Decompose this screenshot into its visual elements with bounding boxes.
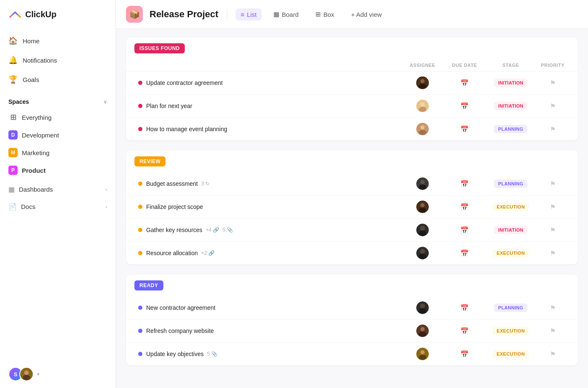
task-status-dot xyxy=(138,306,142,310)
view-tab-list[interactable]: ≡ List xyxy=(236,8,262,21)
assignee-avatar xyxy=(416,325,429,337)
list-view-icon: ≡ xyxy=(241,11,244,18)
table-row[interactable]: New contractor agreement 📅 PLANNING ⚑ xyxy=(126,296,578,319)
svg-point-23 xyxy=(419,253,426,259)
task-meta-attach: 5 📎 xyxy=(223,227,233,233)
assignee-avatar xyxy=(416,301,429,314)
task-duedate: 📅 xyxy=(444,79,486,87)
task-assignee xyxy=(402,348,444,360)
table-row[interactable]: Update contractor agreement 📅 INITIATION… xyxy=(126,71,578,95)
task-priority: ⚑ xyxy=(536,249,570,257)
flag-icon: ⚑ xyxy=(550,203,556,211)
task-stage: EXECUTION xyxy=(486,203,536,211)
group-review: REVIEW Budget assessment 3 ↻ 📅 PLANNING … xyxy=(126,150,578,264)
task-stage: PLANNING xyxy=(486,179,536,188)
assignee-avatar xyxy=(416,77,429,89)
task-dot-area xyxy=(134,251,146,255)
task-name: How to manage event planning xyxy=(146,126,402,132)
notifications-label: Notifications xyxy=(23,57,57,64)
add-view-button[interactable]: + Add view xyxy=(346,8,387,21)
flag-icon: ⚑ xyxy=(550,304,556,312)
task-assignee xyxy=(402,224,444,236)
view-tab-board[interactable]: ▦ Board xyxy=(268,8,304,21)
task-duedate: 📅 xyxy=(444,180,486,188)
flag-icon: ⚑ xyxy=(550,226,556,234)
task-dot-area xyxy=(134,81,146,85)
app-logo-text: ClickUp xyxy=(25,10,56,19)
sidebar-item-everything[interactable]: ⊞ Everything xyxy=(0,108,116,126)
sidebar-item-notifications[interactable]: 🔔 Notifications xyxy=(0,50,116,70)
docs-label: Docs xyxy=(21,203,35,210)
task-status-dot xyxy=(138,104,142,108)
spaces-label: Spaces xyxy=(8,98,29,105)
calendar-icon: 📅 xyxy=(460,102,469,110)
spaces-header[interactable]: Spaces ∨ xyxy=(8,98,107,105)
svg-point-14 xyxy=(419,185,426,190)
task-assignee xyxy=(402,100,444,112)
main-header: 📦 Release Project ≡ List ▦ Board ⊞ Box +… xyxy=(116,0,588,29)
table-row[interactable]: Budget assessment 3 ↻ 📅 PLANNING ⚑ xyxy=(126,172,578,195)
stage-badge: PLANNING xyxy=(494,179,528,188)
sidebar-bottom: S ▾ xyxy=(0,360,116,388)
svg-point-17 xyxy=(419,208,426,213)
issues-badge: ISSUES FOUND xyxy=(134,43,185,53)
task-dot-area xyxy=(134,182,146,186)
table-row[interactable]: Gather key resources +4 🔗 5 📎 📅 INITIATI… xyxy=(126,219,578,242)
stage-badge: PLANNING xyxy=(494,304,528,312)
table-row[interactable]: Finalize project scope 📅 EXECUTION ⚑ xyxy=(126,195,578,219)
everything-label: Everything xyxy=(22,114,52,121)
flag-icon: ⚑ xyxy=(550,249,556,257)
assignee-avatar xyxy=(416,100,429,112)
group-review-header: REVIEW xyxy=(126,150,578,172)
task-name: Finalize project scope xyxy=(146,203,402,210)
task-name: Update key objectives 5 📎 xyxy=(146,351,402,357)
calendar-icon: 📅 xyxy=(460,350,469,358)
sidebar-item-marketing[interactable]: M Marketing xyxy=(0,144,116,161)
sidebar-item-dashboards[interactable]: ▦ Dashboards › xyxy=(0,181,116,198)
svg-point-8 xyxy=(419,107,426,112)
task-name: Budget assessment 3 ↻ xyxy=(146,180,402,187)
svg-point-22 xyxy=(420,249,425,254)
user-avatars[interactable]: S xyxy=(8,367,34,381)
table-row[interactable]: Refresh company website 📅 EXECUTION ⚑ xyxy=(126,319,578,343)
list-view-label: List xyxy=(247,11,257,18)
svg-point-2 xyxy=(23,375,30,380)
sidebar-item-development[interactable]: D Development xyxy=(0,126,116,144)
task-priority: ⚑ xyxy=(536,79,570,87)
svg-point-16 xyxy=(420,203,425,207)
task-stage: EXECUTION xyxy=(486,327,536,335)
user-dropdown-icon[interactable]: ▾ xyxy=(37,371,39,377)
logo-area[interactable]: ClickUp xyxy=(0,0,116,29)
task-status-dot xyxy=(138,127,142,131)
everything-icon: ⊞ xyxy=(8,113,18,122)
flag-icon: ⚑ xyxy=(550,79,556,87)
stage-badge: EXECUTION xyxy=(493,327,529,335)
table-row[interactable]: Resource allocation +2 🔗 📅 EXECUTION ⚑ xyxy=(126,242,578,264)
stage-badge: EXECUTION xyxy=(493,350,529,358)
task-status-dot xyxy=(138,352,142,356)
sidebar-item-product[interactable]: P Product xyxy=(0,161,116,179)
sidebar-item-goals[interactable]: 🏆 Goals xyxy=(0,70,116,89)
col-duedate-header: DUE DATE xyxy=(444,59,486,71)
svg-point-28 xyxy=(420,327,425,331)
group-issues: ISSUES FOUND ASSIGNEE DUE DATE STAGE PRI… xyxy=(126,37,578,140)
task-status-dot xyxy=(138,81,142,85)
notifications-icon: 🔔 xyxy=(8,55,18,65)
sidebar-item-docs[interactable]: 📄 Docs › xyxy=(0,198,116,215)
view-tab-box[interactable]: ⊞ Box xyxy=(310,8,339,21)
sidebar-item-home[interactable]: 🏠 Home xyxy=(0,31,116,50)
table-row[interactable]: Plan for next year 📅 INITIATION ⚑ xyxy=(126,95,578,118)
table-row[interactable]: Update key objectives 5 📎 📅 EXECUTION ⚑ xyxy=(126,343,578,365)
dashboards-icon: ▦ xyxy=(8,185,15,193)
dashboards-arrow-icon: › xyxy=(105,187,107,193)
task-assignee xyxy=(402,77,444,89)
svg-point-29 xyxy=(419,332,426,337)
table-row[interactable]: How to manage event planning 📅 PLANNING … xyxy=(126,118,578,140)
task-priority: ⚑ xyxy=(536,327,570,335)
marketing-icon: M xyxy=(8,148,18,157)
svg-point-11 xyxy=(419,130,426,135)
goals-label: Goals xyxy=(23,76,39,83)
sidebar-nav: 🏠 Home 🔔 Notifications 🏆 Goals xyxy=(0,29,116,92)
task-meta-plus2: +2 🔗 xyxy=(201,250,215,256)
task-duedate: 📅 xyxy=(444,203,486,211)
